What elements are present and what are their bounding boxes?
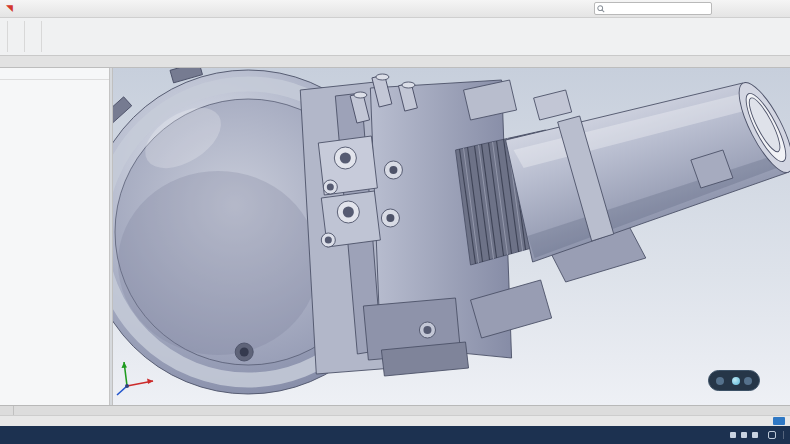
tab-scroll-icon[interactable] [0, 406, 14, 415]
search-input[interactable] [594, 2, 712, 15]
graphics-viewport[interactable] [113, 68, 790, 405]
search-icon [597, 5, 605, 13]
close-button[interactable] [772, 2, 788, 16]
statusbar [0, 415, 790, 426]
commandmanager-tabs [0, 56, 790, 68]
notification-icon[interactable] [768, 431, 776, 439]
panel-tab-bar [0, 68, 109, 80]
inspection-ribbon [0, 18, 790, 56]
volume-icon[interactable] [741, 432, 747, 438]
status-corner-icon[interactable] [773, 417, 785, 425]
windows-taskbar [0, 426, 790, 444]
solidworks-logo-icon: ◥ [6, 4, 13, 13]
titlebar: ◥ [0, 0, 790, 18]
minimize-button[interactable] [734, 2, 750, 16]
solidworks-logo[interactable]: ◥ [2, 4, 19, 13]
widget-settings-icon[interactable] [744, 377, 752, 385]
featuremanager-panel [0, 68, 110, 405]
solidworks-window: ◥ [0, 0, 790, 444]
widget-dot-icon[interactable] [716, 377, 724, 385]
3d-model-view[interactable] [113, 68, 790, 405]
export-group-en [29, 19, 37, 54]
document-view-tabs [0, 405, 790, 415]
feature-tree [0, 80, 109, 405]
network-icon[interactable] [730, 432, 736, 438]
maximize-button[interactable] [753, 2, 769, 16]
help-search [594, 2, 712, 15]
help-button[interactable] [715, 2, 731, 16]
quality-group [46, 19, 54, 54]
widget-camera-icon[interactable] [732, 377, 740, 385]
system-tray [720, 431, 790, 439]
show-desktop-button[interactable] [783, 431, 786, 439]
export-group-cn [12, 19, 20, 54]
view-angle-widget[interactable] [708, 370, 760, 391]
battery-icon[interactable] [752, 432, 758, 438]
